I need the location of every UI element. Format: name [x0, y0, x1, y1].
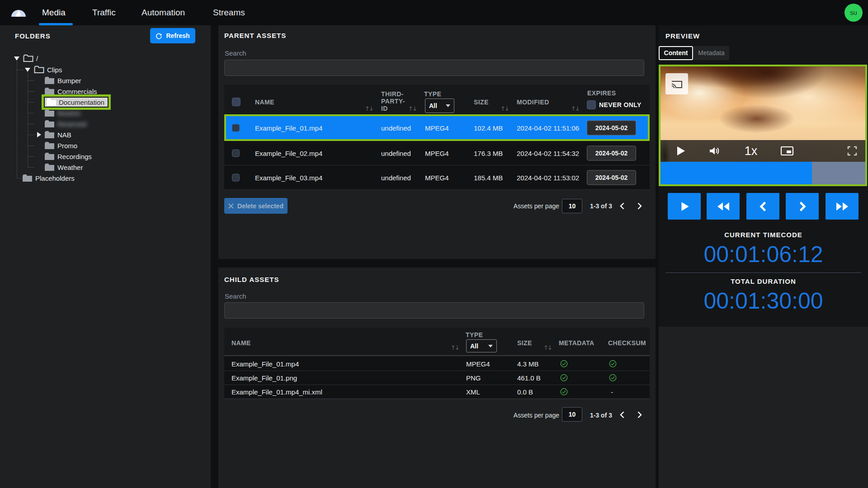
child-assets-title: CHILD ASSETS	[224, 276, 279, 283]
tree-item-placeholders[interactable]: Placeholders	[0, 173, 211, 183]
volume-icon[interactable]	[709, 145, 721, 156]
type-filter-dropdown[interactable]: All	[466, 339, 497, 352]
video-progress-track[interactable]	[660, 162, 865, 184]
tree-item-commercials[interactable]: Commercials	[0, 86, 211, 97]
table-row[interactable]: Example_File_01.mp4 MPEG4 4.3 MB	[224, 357, 650, 371]
tree-item-blurred[interactable]: Restrict	[0, 108, 211, 118]
refresh-button[interactable]: Refresh	[150, 28, 195, 43]
tab-metadata[interactable]: Metadata	[693, 46, 729, 60]
table-row-selected[interactable]: Example_File_01.mp4 undefined MPEG4 102.…	[224, 114, 650, 141]
child-search-input[interactable]	[224, 302, 644, 319]
parent-assets-title: PARENT ASSETS	[224, 32, 286, 39]
cast-icon	[670, 79, 683, 89]
video-controls-bar: 1x	[660, 140, 865, 162]
assets-per-page-label: Assets per page	[514, 412, 559, 419]
per-page-input[interactable]: 10	[562, 199, 582, 213]
tab-streams[interactable]: Streams	[213, 0, 245, 25]
tab-content[interactable]: Content	[659, 46, 693, 60]
folder-icon	[44, 76, 55, 84]
prev-page-icon[interactable]	[618, 202, 627, 211]
checksum-missing: -	[611, 388, 613, 396]
delete-selected-button[interactable]: Delete selected	[224, 198, 288, 214]
sort-icon[interactable]: ↑↓	[571, 105, 579, 112]
table-row[interactable]: Example_File_02.mp4 undefined MPEG4 176.…	[224, 141, 650, 165]
type-filter-dropdown[interactable]: All	[425, 99, 454, 113]
table-row[interactable]: Example_File_03.mp4 undefined MPEG4 185.…	[224, 165, 650, 190]
table-row[interactable]: Example_File_01.mp4_mi.xml XML 0.0 B -	[224, 385, 650, 399]
fast-forward-button[interactable]	[826, 193, 859, 220]
caret-down-icon	[488, 345, 493, 347]
expander-icon[interactable]	[14, 56, 19, 61]
sort-icon[interactable]: ↑↓	[543, 344, 552, 351]
assets-per-page-label: Assets per page	[514, 202, 559, 210]
metadata-check-icon	[560, 374, 568, 382]
step-forward-button[interactable]	[786, 193, 819, 220]
tree-item-blurred[interactable]: Reserved	[0, 118, 211, 129]
checksum-check-icon	[609, 360, 617, 368]
brand-logo-icon[interactable]	[10, 6, 27, 17]
folder-icon	[44, 152, 55, 160]
row-checkbox[interactable]	[232, 174, 240, 181]
per-page-input[interactable]: 10	[562, 407, 582, 422]
folder-icon	[44, 141, 55, 150]
user-avatar[interactable]: su	[844, 4, 863, 22]
refresh-icon	[156, 33, 162, 39]
preview-panel: PREVIEW Content Metadata 1x	[659, 25, 868, 327]
sort-icon[interactable]: ↑↓	[365, 105, 373, 112]
playback-speed[interactable]: 1x	[745, 144, 758, 158]
sort-icon[interactable]: ↑↓	[451, 344, 459, 351]
play-button[interactable]	[668, 193, 701, 220]
fast-forward-icon	[835, 202, 849, 211]
select-all-checkbox[interactable]	[232, 98, 241, 106]
pagination-range: 1-3 of 3	[590, 202, 612, 210]
rewind-icon	[717, 202, 730, 211]
cast-button[interactable]	[665, 73, 688, 94]
tree-item-promo[interactable]: Promo	[0, 140, 211, 151]
folders-panel: FOLDERS Refresh / Clips	[0, 25, 211, 488]
current-timecode-value: 00:01:06:12	[659, 241, 868, 267]
tree-item-documentation[interactable]: Documentation	[0, 97, 211, 108]
search-label: Search	[225, 292, 246, 300]
pip-icon[interactable]	[780, 145, 794, 156]
tab-traffic[interactable]: Traffic	[92, 0, 116, 25]
folder-icon	[46, 98, 57, 106]
next-page-icon[interactable]	[635, 410, 644, 419]
metadata-check-icon	[560, 388, 568, 396]
parent-search-input[interactable]	[224, 60, 644, 76]
expander-icon[interactable]	[25, 68, 30, 72]
table-row[interactable]: Example_File_01.png PNG 461.0 B	[224, 371, 650, 385]
search-label: Search	[225, 49, 246, 57]
child-assets-panel: CHILD ASSETS Search NAME ↑↓ TYPE All SIZ…	[218, 267, 656, 488]
sort-icon[interactable]: ↑↓	[408, 105, 416, 112]
tree-item-bumper[interactable]: Bumper	[0, 75, 211, 86]
tree-item-weather[interactable]: Weather	[0, 162, 211, 173]
never-only-checkbox[interactable]	[587, 100, 596, 109]
folder-icon	[44, 109, 55, 117]
tree-item-root[interactable]: /	[0, 53, 211, 64]
play-icon[interactable]	[676, 145, 686, 156]
sort-icon[interactable]: ↑↓	[500, 105, 509, 112]
expander-icon[interactable]	[37, 132, 41, 137]
fullscreen-icon[interactable]	[847, 145, 858, 156]
tab-automation[interactable]: Automation	[142, 0, 185, 25]
row-checkbox[interactable]	[232, 124, 240, 131]
tab-media[interactable]: Media	[42, 0, 66, 25]
step-back-button[interactable]	[746, 193, 779, 220]
child-assets-table: NAME ↑↓ TYPE All SIZE ↑↓ METADATA CHECKS…	[224, 328, 650, 399]
video-player[interactable]: 1x	[659, 65, 867, 186]
expires-date-button[interactable]: 2024-05-02	[587, 145, 636, 160]
next-page-icon[interactable]	[635, 202, 644, 211]
child-table-header: NAME ↑↓ TYPE All SIZE ↑↓ METADATA CHECKS…	[224, 328, 650, 356]
expires-date-button[interactable]: 2024-05-02	[587, 120, 636, 135]
tree-item-nab[interactable]: NAB	[0, 129, 211, 140]
rewind-button[interactable]	[707, 193, 740, 220]
total-duration-value: 00:01:30:00	[659, 288, 868, 314]
expires-date-button[interactable]: 2024-05-02	[587, 170, 636, 185]
tree-item-recordings[interactable]: Recordings	[0, 151, 211, 162]
prev-page-icon[interactable]	[618, 410, 627, 419]
play-icon	[679, 201, 690, 212]
tree-item-clips[interactable]: Clips	[0, 64, 211, 75]
row-checkbox[interactable]	[232, 149, 240, 157]
folder-icon	[22, 174, 33, 182]
selected-folder[interactable]: Documentation	[44, 97, 108, 108]
